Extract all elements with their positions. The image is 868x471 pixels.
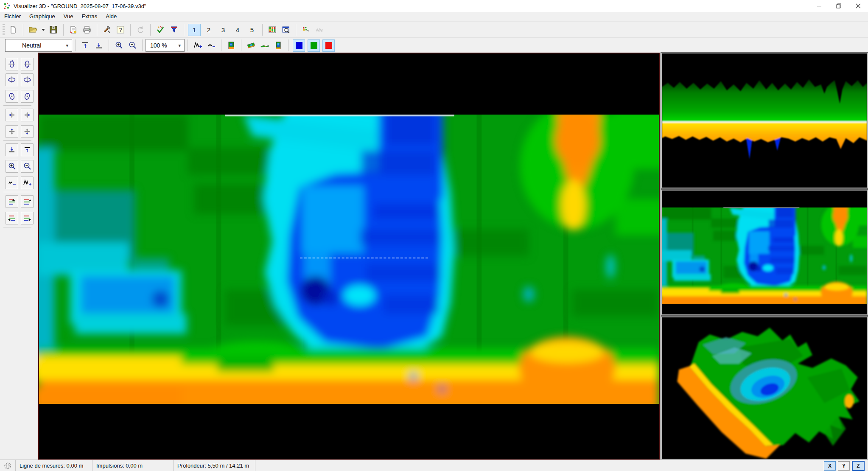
axis-y-toggle[interactable]: Y <box>838 461 850 471</box>
align-bottom-button[interactable] <box>92 39 106 52</box>
point-sphere-icon <box>0 460 15 471</box>
pixel-cloud-button[interactable] <box>299 23 313 36</box>
move-up-button[interactable] <box>6 125 18 138</box>
chevron-down-icon: ▾ <box>178 43 181 48</box>
red-swatch <box>325 42 332 49</box>
move-left-button[interactable] <box>6 109 18 121</box>
grid-values-button[interactable] <box>266 23 279 36</box>
svg-text:?: ? <box>119 27 122 33</box>
navigation-toolbar <box>0 53 38 460</box>
window-magnifier-button[interactable] <box>279 23 293 36</box>
move-down-button[interactable] <box>21 125 34 138</box>
zoom-in-button[interactable] <box>112 39 126 52</box>
status-impulses: Impulsions: 0,00 m <box>92 460 173 471</box>
rotate-z-ccw-button[interactable] <box>6 90 18 103</box>
view-layout-3-button[interactable]: 3 <box>217 24 230 36</box>
restore-button[interactable] <box>829 0 848 12</box>
axis-z-toggle[interactable]: Z <box>852 461 865 471</box>
zoom-level-value: 100 % <box>150 42 167 49</box>
zoom-in-view-button[interactable] <box>6 160 18 173</box>
move-right-button[interactable] <box>21 109 34 121</box>
green-swatch <box>311 42 317 49</box>
perspective-3d-view[interactable] <box>661 317 868 460</box>
blue-swatch <box>296 42 302 49</box>
side-profile-view[interactable] <box>661 53 868 188</box>
scan-heatmap-mini <box>662 207 867 304</box>
axis-x-toggle[interactable]: X <box>824 461 836 471</box>
open-file-dropdown[interactable] <box>40 23 47 36</box>
report-button[interactable] <box>67 23 80 36</box>
signal-decrease-button[interactable] <box>6 177 18 189</box>
toolbar-grip <box>3 24 5 35</box>
statusbar: Ligne de mesures: 0,00 m Impulsions: 0,0… <box>0 460 868 471</box>
new-document-button[interactable] <box>6 23 20 36</box>
layer-shift-up-right-button[interactable] <box>21 195 34 208</box>
menu-vue[interactable]: Vue <box>59 12 78 21</box>
rotate-up-button[interactable] <box>6 58 18 70</box>
wave-plus-button[interactable] <box>191 39 204 52</box>
application-window: Visualizer 3D - "GROUND_2025-08-07_17-06… <box>0 0 868 471</box>
chevron-down-icon: ▾ <box>66 43 68 48</box>
zoom-out-view-button[interactable] <box>21 160 34 173</box>
palette-select[interactable]: Neutral ▾ <box>5 39 72 52</box>
app-icon <box>3 2 11 10</box>
apply-check-button[interactable] <box>154 23 167 36</box>
view-3d-button[interactable] <box>244 39 258 52</box>
view-flat-button[interactable] <box>258 39 272 52</box>
zoom-level-select[interactable]: 100 % ▾ <box>146 39 185 52</box>
view-layout-1-button[interactable]: 1 <box>188 24 201 36</box>
wave-minus-button[interactable] <box>204 39 218 52</box>
channel-red-button[interactable] <box>322 39 335 52</box>
view-2d-button[interactable] <box>224 39 238 52</box>
rotate-right-button[interactable] <box>21 73 34 86</box>
view-layout-4-button[interactable]: 4 <box>231 24 244 36</box>
print-button[interactable] <box>80 23 94 36</box>
view-toolbar: Neutral ▾ 100 % ▾ <box>0 37 868 53</box>
palette-value: Neutral <box>22 42 41 49</box>
close-button[interactable] <box>848 0 868 12</box>
zoom-out-button[interactable] <box>126 39 139 52</box>
status-measure-line: Ligne de mesures: 0,00 m <box>16 460 92 471</box>
filter-funnel-button[interactable] <box>167 23 181 36</box>
signal-curves-button[interactable] <box>313 23 326 36</box>
depth-up-button[interactable] <box>21 143 34 156</box>
window-title: Visualizer 3D - "GROUND_2025-08-07_17-06… <box>14 3 146 9</box>
rotate-left-button[interactable] <box>6 73 18 86</box>
menu-extras[interactable]: Extras <box>77 12 101 21</box>
top-down-mini-view[interactable] <box>661 190 868 315</box>
main-scan-view[interactable] <box>38 53 660 460</box>
menu-graphique[interactable]: Graphique <box>25 12 59 21</box>
channel-blue-button[interactable] <box>293 39 305 52</box>
rotate-z-cw-button[interactable] <box>21 90 34 103</box>
scan-side-profile <box>662 53 867 188</box>
signal-increase-button[interactable] <box>21 177 34 189</box>
channel-green-button[interactable] <box>308 39 320 52</box>
view-layout-5-button[interactable]: 5 <box>246 24 258 36</box>
layer-shift-up-left-button[interactable] <box>6 195 18 208</box>
undo-button[interactable] <box>134 23 147 36</box>
menu-aide[interactable]: Aide <box>101 12 121 21</box>
layer-shift-down-right-button[interactable] <box>21 212 34 224</box>
menu-fichier[interactable]: Fichier <box>0 12 25 21</box>
open-file-button[interactable] <box>26 23 40 36</box>
view-vertical-button[interactable] <box>272 39 285 52</box>
minimize-button[interactable] <box>809 0 829 12</box>
menubar: Fichier Graphique Vue Extras Aide <box>0 12 868 21</box>
main-toolbar: ? 1 2 3 4 5 <box>0 21 868 38</box>
window-controls <box>809 0 868 12</box>
measure-depth-line[interactable] <box>300 258 428 258</box>
axis-toggle-group: X Y Z <box>824 461 868 471</box>
depth-down-button[interactable] <box>6 143 18 156</box>
content-area <box>0 53 868 460</box>
status-depth: Profondeur: 5,50 m / 14,21 m <box>174 460 255 471</box>
scan-3d-surface <box>662 317 867 459</box>
save-button[interactable] <box>47 23 60 36</box>
titlebar: Visualizer 3D - "GROUND_2025-08-07_17-06… <box>0 0 868 12</box>
auxiliary-views-panel <box>661 53 868 460</box>
view-layout-2-button[interactable]: 2 <box>202 24 215 36</box>
tools-button[interactable] <box>100 23 114 36</box>
help-button[interactable]: ? <box>114 23 127 36</box>
align-top-button[interactable] <box>78 39 92 52</box>
rotate-down-button[interactable] <box>21 58 34 70</box>
layer-shift-down-left-button[interactable] <box>6 212 18 224</box>
